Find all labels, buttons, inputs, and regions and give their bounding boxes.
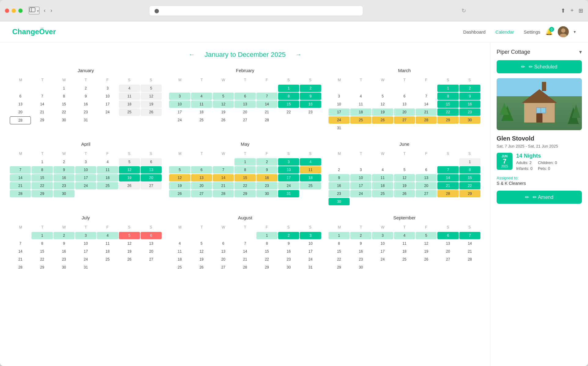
prev-year-button[interactable]: ←	[186, 50, 197, 59]
day-cell[interactable]: 17	[329, 108, 350, 116]
day-cell[interactable]: 2	[53, 232, 75, 239]
day-cell[interactable]: 14	[31, 101, 53, 108]
day-cell[interactable]: 14	[10, 174, 31, 181]
day-cell[interactable]: 5	[213, 93, 234, 100]
day-cell[interactable]: 12	[191, 248, 212, 255]
day-cell[interactable]: 15	[459, 174, 480, 181]
day-cell[interactable]: 27	[437, 256, 458, 263]
day-cell[interactable]: 23	[75, 108, 96, 116]
day-cell[interactable]: 22	[437, 108, 458, 116]
day-cell[interactable]: 19	[169, 182, 190, 189]
day-cell[interactable]: 7	[234, 240, 255, 247]
day-cell[interactable]: 25	[394, 256, 415, 263]
day-cell[interactable]: 8	[437, 93, 458, 100]
day-cell[interactable]: 25	[372, 190, 393, 197]
day-cell[interactable]: 2	[300, 85, 321, 92]
day-cell[interactable]: 4	[97, 158, 118, 166]
day-cell[interactable]: 19	[372, 108, 393, 116]
day-cell[interactable]: 1	[459, 158, 480, 166]
day-cell[interactable]: 11	[191, 101, 212, 108]
traffic-light-yellow[interactable]	[12, 9, 16, 13]
back-button[interactable]: ‹	[42, 6, 47, 15]
traffic-light-red[interactable]	[5, 9, 9, 13]
day-cell[interactable]: 9	[53, 166, 75, 174]
day-cell[interactable]: 5	[394, 166, 415, 174]
day-cell[interactable]: 1	[53, 85, 75, 92]
day-cell[interactable]: 29	[234, 190, 255, 197]
day-cell[interactable]: 2	[53, 158, 75, 166]
day-cell[interactable]: 9	[75, 93, 96, 100]
day-cell[interactable]: 20	[141, 248, 162, 255]
day-cell[interactable]: 22	[53, 108, 75, 116]
day-cell[interactable]: 28	[416, 116, 437, 124]
day-cell[interactable]: 31	[329, 124, 350, 132]
day-cell[interactable]: 5	[372, 93, 393, 100]
day-cell[interactable]: 28	[10, 190, 31, 197]
day-cell[interactable]: 27	[213, 264, 234, 271]
day-cell[interactable]: 17	[372, 248, 393, 255]
day-cell[interactable]: 18	[350, 108, 371, 116]
day-cell[interactable]: 27	[394, 116, 415, 124]
day-cell[interactable]: 31	[278, 190, 299, 197]
day-cell[interactable]: 16	[300, 101, 321, 108]
day-cell[interactable]: 16	[329, 182, 350, 189]
day-cell[interactable]: 3	[97, 85, 118, 92]
day-cell[interactable]: 5	[416, 232, 437, 239]
scheduled-button[interactable]: ✏ ✏ Scheduled	[497, 60, 582, 73]
day-cell[interactable]: 10	[372, 240, 393, 247]
day-cell[interactable]: 1	[234, 158, 255, 166]
day-cell[interactable]: 7	[416, 93, 437, 100]
day-cell[interactable]: 5	[141, 85, 162, 92]
property-selector[interactable]: Piper Cottage ▾	[497, 49, 582, 55]
day-cell[interactable]: 21	[10, 256, 31, 263]
day-cell[interactable]: 9	[350, 240, 371, 247]
day-cell[interactable]: 23	[300, 108, 321, 116]
day-cell[interactable]: 18	[372, 182, 393, 189]
day-cell[interactable]: 23	[329, 190, 350, 197]
day-cell[interactable]: 2	[75, 85, 96, 92]
day-cell[interactable]: 6	[394, 93, 415, 100]
day-cell[interactable]: 16	[256, 174, 277, 181]
day-cell[interactable]: 8	[31, 166, 53, 174]
day-cell[interactable]: 28	[256, 116, 277, 124]
day-cell[interactable]: 24	[75, 182, 96, 189]
day-cell[interactable]: 20	[416, 182, 437, 189]
day-cell[interactable]: 11	[300, 166, 321, 174]
address-bar[interactable]: ⬤	[149, 5, 363, 16]
day-cell[interactable]: 22	[459, 182, 480, 189]
day-cell[interactable]: 22	[256, 256, 277, 263]
day-cell[interactable]: 30	[350, 264, 371, 271]
day-cell[interactable]: 14	[256, 101, 277, 108]
traffic-light-green[interactable]	[18, 9, 23, 13]
day-cell[interactable]: 19	[416, 248, 437, 255]
day-cell[interactable]: 23	[278, 256, 299, 263]
day-cell[interactable]: 12	[169, 174, 190, 181]
day-cell[interactable]: 20	[191, 182, 212, 189]
day-cell[interactable]: 24	[278, 182, 299, 189]
day-cell[interactable]: 29	[437, 116, 458, 124]
day-cell[interactable]: 18	[300, 174, 321, 181]
day-cell[interactable]: 26	[191, 264, 212, 271]
day-cell[interactable]: 23	[256, 182, 277, 189]
day-cell[interactable]: 23	[53, 182, 75, 189]
day-cell[interactable]: 1	[31, 158, 53, 166]
day-cell[interactable]: 21	[256, 108, 277, 116]
day-cell[interactable]: 21	[213, 182, 234, 189]
day-cell[interactable]: 8	[234, 166, 255, 174]
day-cell[interactable]: 20	[213, 256, 234, 263]
day-cell[interactable]: 14	[416, 101, 437, 108]
day-cell[interactable]: 4	[372, 166, 393, 174]
day-cell[interactable]: 19	[394, 182, 415, 189]
day-cell[interactable]: 21	[459, 248, 480, 255]
day-cell[interactable]: 6	[437, 232, 458, 239]
day-cell[interactable]: 25	[97, 256, 118, 263]
day-cell[interactable]: 6	[234, 93, 255, 100]
day-cell[interactable]: 9	[329, 174, 350, 181]
day-cell[interactable]: 10	[75, 166, 96, 174]
day-cell[interactable]: 24	[372, 256, 393, 263]
day-cell[interactable]: 25	[300, 182, 321, 189]
day-cell[interactable]: 12	[416, 240, 437, 247]
day-cell[interactable]: 4	[169, 240, 190, 247]
day-cell[interactable]: 9	[300, 93, 321, 100]
day-cell[interactable]: 11	[394, 240, 415, 247]
